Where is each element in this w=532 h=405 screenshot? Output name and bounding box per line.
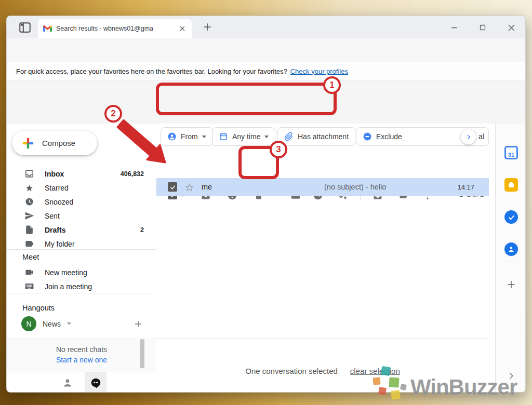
meet-section-title: Meet <box>22 253 39 261</box>
send-icon <box>24 211 34 221</box>
list-bottom-divider <box>156 339 489 339</box>
email-snippet: hello <box>370 183 387 191</box>
calendar-icon <box>219 132 228 141</box>
contacts-app-icon[interactable] <box>504 242 518 256</box>
hangouts-avatar: N <box>21 316 36 331</box>
filter-chip-has-attachment[interactable]: Has attachment <box>277 127 355 146</box>
watermark: WinBuzzer <box>372 363 517 403</box>
keyboard-icon <box>24 281 34 291</box>
drafts-count: 2 <box>140 226 144 234</box>
sidebar-item-inbox[interactable]: Inbox 406,832 <box>7 167 152 181</box>
annotation-step-2: 2 <box>104 105 122 123</box>
side-panel: 31 <box>495 124 526 393</box>
nav-bottom-bar <box>7 372 156 393</box>
tab-strip: Search results - wbnews01@gma <box>7 16 525 38</box>
nav-divider <box>7 249 156 250</box>
browser-tab[interactable]: Search results - wbnews01@gma <box>38 19 192 38</box>
add-addon-plus-icon[interactable] <box>506 279 516 290</box>
watermark-text: WinBuzzer <box>410 372 517 403</box>
chevron-down-icon <box>264 136 269 138</box>
paperclip-icon <box>284 132 294 141</box>
chevron-down-icon <box>67 322 71 325</box>
close-button[interactable] <box>501 20 522 35</box>
tab-actions-icon[interactable] <box>18 21 32 33</box>
annotation-step-3: 3 <box>270 141 287 158</box>
email-time: 14:17 <box>457 183 474 191</box>
row-checkbox[interactable] <box>168 182 177 192</box>
no-chats-text: No recent chats <box>56 345 107 354</box>
star-icon <box>24 183 34 193</box>
contacts-tab-icon[interactable] <box>57 372 78 393</box>
selection-status: One conversation selected <box>245 367 338 375</box>
compose-button[interactable]: Compose <box>12 131 97 155</box>
browser-window: Search results - wbnews01@gma https://ma… <box>6 16 526 393</box>
draft-file-icon <box>24 225 34 235</box>
compose-plus-icon <box>21 137 35 150</box>
favorites-notice-text: For quick access, place your favorites h… <box>16 68 287 75</box>
label-tag-icon <box>24 239 34 249</box>
sidebar-item-join-meeting[interactable]: Join a meeting <box>7 279 152 293</box>
hangouts-section-title: Hangouts <box>22 304 55 312</box>
inbox-count: 406,832 <box>121 170 144 178</box>
chevron-down-icon <box>202 136 206 138</box>
tab-title: Search results - wbnews01@gma <box>56 25 174 32</box>
sidebar-item-sent[interactable]: Sent <box>7 209 152 223</box>
maximize-button[interactable] <box>472 20 493 35</box>
tab-close-icon[interactable] <box>178 24 187 33</box>
gmail-main: From Any time Has attachment Exclude al <box>156 124 495 393</box>
chip-overflow-fragment: al <box>478 132 484 141</box>
star-toggle-icon[interactable] <box>184 182 194 192</box>
calendar-app-icon[interactable]: 31 <box>504 146 518 159</box>
hangouts-tab-icon[interactable] <box>85 372 107 393</box>
list-toolbar: 1–1 of 1 <box>156 154 495 175</box>
compose-label: Compose <box>42 139 75 147</box>
new-hangout-plus-icon[interactable] <box>134 319 143 329</box>
sidebar-item-starred[interactable]: Starred <box>7 181 152 195</box>
chip-scroll-right-button[interactable] <box>461 129 476 144</box>
hangouts-account[interactable]: N News <box>21 316 71 331</box>
annotation-step-1: 1 <box>323 76 341 94</box>
inbox-icon <box>24 169 34 179</box>
clock-icon <box>24 197 34 207</box>
minus-circle-icon <box>363 132 372 141</box>
winbuzzer-logo-icon <box>372 363 410 403</box>
nav-divider <box>7 293 156 293</box>
start-chat-link[interactable]: Start a new one <box>56 356 107 364</box>
email-row[interactable]: me (no subject) - hello 14:17 <box>156 178 489 196</box>
annotation-arrow <box>109 119 171 169</box>
new-tab-button[interactable] <box>202 22 212 32</box>
annotation-box-search <box>156 83 337 115</box>
email-sender: me <box>202 183 280 191</box>
tasks-app-icon[interactable] <box>504 210 518 224</box>
favorites-bar: For quick access, place your favorites h… <box>7 62 525 81</box>
keep-app-icon[interactable] <box>504 178 518 192</box>
video-camera-icon <box>24 267 34 277</box>
browser-toolbar: https://mail.googl... A) ••• 5 ... <box>7 38 525 62</box>
check-profiles-link[interactable]: Check your profiles <box>290 68 348 75</box>
chat-scrollbar[interactable] <box>140 339 144 368</box>
gmail-favicon <box>43 25 52 32</box>
filter-chip-any-time[interactable]: Any time <box>212 127 275 146</box>
minimize-button[interactable] <box>444 20 464 35</box>
recent-chats-panel: No recent chats Start a new one <box>7 337 156 372</box>
sidebar-item-drafts[interactable]: Drafts 2 <box>7 223 152 237</box>
sidebar-item-my-folder[interactable]: My folder <box>7 237 152 251</box>
side-panel-divider <box>503 262 520 262</box>
sidebar-item-snoozed[interactable]: Snoozed <box>7 195 152 209</box>
sidebar-item-new-meeting[interactable]: New meeting <box>7 265 152 279</box>
email-subject: (no subject) - hello <box>324 183 386 191</box>
